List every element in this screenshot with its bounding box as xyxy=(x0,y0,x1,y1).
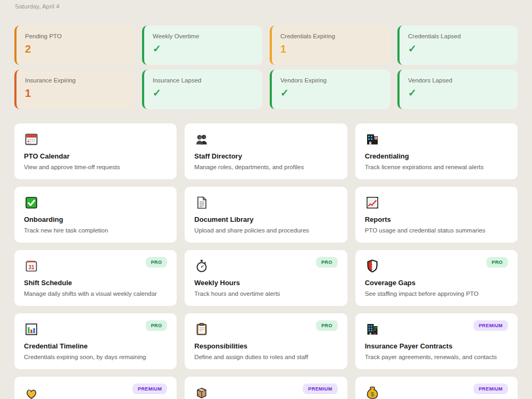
status-card-credentials-lapsed[interactable]: Credentials Lapsed ✓ xyxy=(397,26,518,65)
card-description: Track payer agreements, renewals, and co… xyxy=(365,354,508,361)
people-icon xyxy=(194,132,209,147)
check-icon: ✓ xyxy=(153,88,254,98)
hospital-icon xyxy=(365,132,380,147)
card-title: Staff Directory xyxy=(194,152,337,160)
gold-heart-icon xyxy=(24,385,39,399)
card-credential-timeline[interactable]: Credential Timeline Credentials expiring… xyxy=(14,313,177,369)
status-count: 1 xyxy=(25,88,126,98)
status-label: Credentials Lapsed xyxy=(408,33,509,40)
date-label: Saturday, April 4 xyxy=(15,3,532,10)
card-title: Coverage Gaps xyxy=(365,279,508,287)
card-title: Credential Timeline xyxy=(24,342,167,350)
check-icon: ✓ xyxy=(408,44,509,54)
status-label: Vendors Lapsed xyxy=(408,77,509,84)
status-count: 2 xyxy=(25,44,126,54)
card-reports[interactable]: Reports PTO usage and credential status … xyxy=(355,187,518,243)
status-label: Weekly Overtime xyxy=(153,33,254,40)
calendar-31-icon: 31 xyxy=(24,259,39,273)
status-card-pending-pto[interactable]: Pending PTO 2 xyxy=(14,26,135,65)
chart-line-icon xyxy=(365,195,380,210)
svg-text:31: 31 xyxy=(28,264,35,270)
status-card-vendors-lapsed[interactable]: Vendors Lapsed ✓ xyxy=(397,70,518,109)
plan-badge-premium: PREMIUM xyxy=(303,384,337,394)
status-label: Insurance Lapsed xyxy=(153,77,254,84)
status-label: Insurance Expiring xyxy=(25,77,126,84)
status-card-vendors-expiring[interactable]: Vendors Expiring ✓ xyxy=(270,70,390,109)
card-document-library[interactable]: Document Library Upload and share polici… xyxy=(185,187,347,243)
status-count: 1 xyxy=(280,44,381,54)
card-coverage-gaps[interactable]: Coverage Gaps See staffing impact before… xyxy=(355,250,518,306)
office-building-icon xyxy=(365,322,380,337)
page-icon xyxy=(194,195,209,210)
card-onboarding[interactable]: Onboarding Track new hire task completio… xyxy=(14,187,177,243)
card-description: View and approve time-off requests xyxy=(24,164,167,171)
feature-grid: PTO Calendar View and approve time-off r… xyxy=(14,123,518,399)
status-card-weekly-overtime[interactable]: Weekly Overtime ✓ xyxy=(142,26,262,65)
card-description: Manage roles, departments, and profiles xyxy=(194,164,337,171)
check-icon: ✓ xyxy=(153,44,254,54)
status-grid: Pending PTO 2 Weekly Overtime ✓ Credenti… xyxy=(14,26,518,109)
shield-icon xyxy=(365,259,380,273)
card-pto-calendar[interactable]: PTO Calendar View and approve time-off r… xyxy=(14,123,177,179)
card-partial[interactable]: PREMIUM xyxy=(185,377,347,399)
card-description: Manage daily shifts with a visual weekly… xyxy=(24,290,167,297)
card-description: Upload and share policies and procedures xyxy=(194,227,337,234)
status-label: Pending PTO xyxy=(25,33,126,40)
money-bag-icon: $ xyxy=(365,385,380,399)
bar-chart-icon xyxy=(24,322,39,337)
check-icon: ✓ xyxy=(280,88,381,98)
card-title: Responsibilities xyxy=(194,342,337,350)
card-description: Track hours and overtime alerts xyxy=(194,290,337,297)
card-credentialing[interactable]: Credentialing Track license expirations … xyxy=(355,123,518,179)
card-description: Define and assign duties to roles and st… xyxy=(194,354,337,361)
card-title: Document Library xyxy=(194,215,337,223)
plan-badge-premium: PREMIUM xyxy=(473,384,508,394)
card-description: PTO usage and credential status summarie… xyxy=(365,227,508,234)
card-title: Weekly Hours xyxy=(194,279,337,287)
card-partial[interactable]: $ PREMIUM xyxy=(355,377,518,399)
card-insurance-payer-contracts[interactable]: Insurance Payer Contracts Track payer ag… xyxy=(355,313,518,369)
svg-text:$: $ xyxy=(371,391,374,397)
plan-badge-pro: PRO xyxy=(146,257,168,268)
card-description: Track new hire task completion xyxy=(24,227,167,234)
card-description: Credentials expiring soon, by days remai… xyxy=(24,354,167,361)
package-icon xyxy=(194,385,209,399)
status-label: Vendors Expiring xyxy=(280,77,381,84)
card-description: Track license expirations and renewal al… xyxy=(365,164,508,171)
card-shift-schedule[interactable]: 31 Shift Schedule Manage daily shifts wi… xyxy=(14,250,177,306)
clipboard-icon xyxy=(194,322,209,337)
check-icon: ✓ xyxy=(408,88,509,98)
card-partial[interactable]: PREMIUM xyxy=(14,377,177,399)
plan-badge-pro: PRO xyxy=(316,257,338,268)
plan-badge-pro: PRO xyxy=(316,320,338,331)
card-weekly-hours[interactable]: Weekly Hours Track hours and overtime al… xyxy=(185,250,347,306)
plan-badge-premium: PREMIUM xyxy=(132,384,167,394)
status-label: Credentials Expiring xyxy=(280,33,381,40)
card-title: Credentialing xyxy=(365,152,508,160)
calendar-icon xyxy=(24,132,39,147)
card-staff-directory[interactable]: Staff Directory Manage roles, department… xyxy=(185,123,347,179)
card-description: See staffing impact before approving PTO xyxy=(365,290,508,297)
status-card-insurance-lapsed[interactable]: Insurance Lapsed ✓ xyxy=(142,70,262,109)
status-card-insurance-expiring[interactable]: Insurance Expiring 1 xyxy=(14,70,135,109)
status-card-credentials-expiring[interactable]: Credentials Expiring 1 xyxy=(270,26,390,65)
card-title: Reports xyxy=(365,215,508,223)
card-responsibilities[interactable]: Responsibilities Define and assign dutie… xyxy=(185,313,347,369)
card-title: Insurance Payer Contracts xyxy=(365,342,508,350)
card-title: Onboarding xyxy=(24,215,167,223)
card-title: Shift Schedule xyxy=(24,279,167,287)
plan-badge-pro: PRO xyxy=(146,320,168,331)
plan-badge-premium: PREMIUM xyxy=(473,320,508,331)
stopwatch-icon xyxy=(194,259,209,273)
plan-badge-pro: PRO xyxy=(486,257,508,268)
check-square-icon xyxy=(24,195,39,210)
dashboard: { "page": { "date": "Saturday, April 4" … xyxy=(0,0,532,399)
card-title: PTO Calendar xyxy=(24,152,167,160)
